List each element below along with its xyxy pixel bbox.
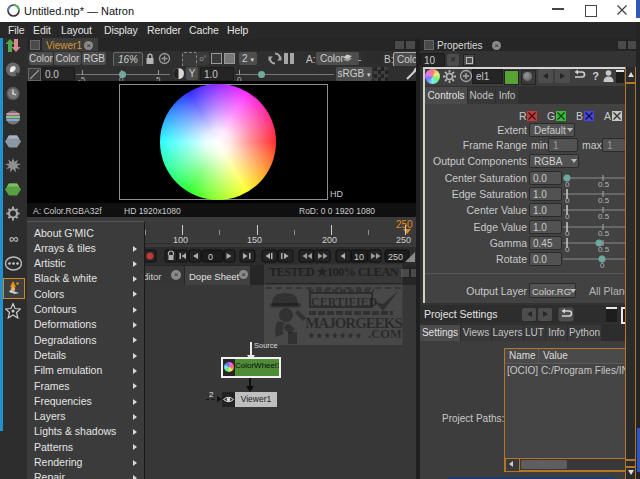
svg-text:0: 0 [208,252,213,262]
svg-text:10: 10 [354,252,364,262]
